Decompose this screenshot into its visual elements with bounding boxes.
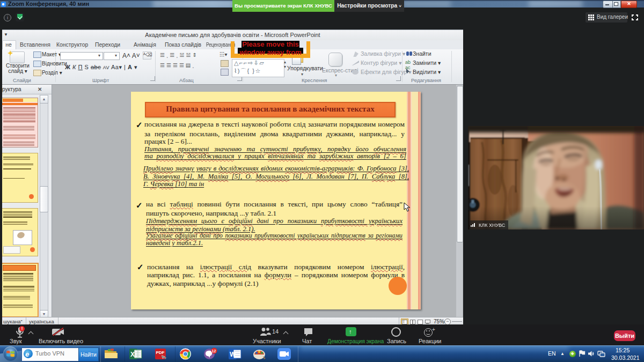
svg-text:12: 12 (212, 349, 216, 353)
svg-text:X: X (130, 351, 135, 358)
svg-text:W: W (230, 351, 236, 358)
svg-text:PDF: PDF (156, 350, 165, 355)
